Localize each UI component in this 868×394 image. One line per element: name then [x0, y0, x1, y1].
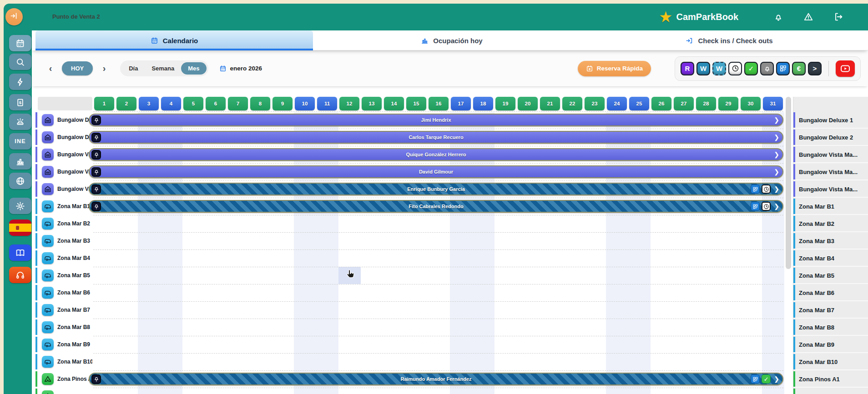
reservation-bar[interactable]: Raimundo Amador Fernández✓❯ [89, 373, 783, 385]
reservation-bar[interactable]: Carlos Tarque Recuero❯ [89, 131, 783, 144]
collapse-sidebar-button[interactable] [5, 8, 23, 25]
view-option-día[interactable]: Día [122, 62, 145, 75]
open-reservation-chevron-icon[interactable]: ❯ [774, 185, 779, 193]
pending-clock-icon[interactable] [762, 185, 771, 194]
legend-chevron-badge[interactable]: > [808, 62, 822, 75]
qr-code-icon[interactable] [751, 374, 760, 384]
day-header-tile[interactable]: 9 [273, 97, 293, 110]
panel-row-zona-mar-b10[interactable]: Zona Mar B10 [793, 354, 868, 370]
panel-row-zona-mar-b8[interactable]: Zona Mar B8 [793, 319, 868, 336]
legend-w-pending-badge[interactable]: W [712, 62, 726, 75]
day-header-tile[interactable]: 28 [696, 97, 716, 110]
row-label-zona-mar-b5[interactable]: Zona Mar B5 [35, 268, 92, 283]
legend-check-icon[interactable]: ✓ [744, 62, 758, 75]
pending-clock-icon[interactable] [762, 202, 771, 211]
quick-booking-button[interactable]: Reserva Rápida [578, 61, 651, 76]
open-reservation-chevron-icon[interactable]: ❯ [774, 116, 779, 124]
panel-row-partial[interactable] [793, 389, 868, 394]
day-header-tile[interactable]: 7 [228, 97, 248, 110]
day-header-tile[interactable]: 16 [429, 97, 449, 110]
open-reservation-chevron-icon[interactable]: ❯ [774, 375, 779, 383]
panel-row-zona-mar-b1[interactable]: Zona Mar B1 [793, 199, 868, 215]
panel-row-zona-mar-b9[interactable]: Zona Mar B9 [793, 337, 868, 353]
row-label-zona-mar-b3[interactable]: Zona Mar B3 [35, 233, 92, 249]
legend-qr-icon[interactable] [776, 62, 790, 75]
reservation-bar[interactable]: Quique González Herrero❯ [89, 148, 783, 161]
legend-euro-badge[interactable]: € [792, 62, 806, 75]
reservation-bell-button[interactable] [91, 374, 101, 384]
day-header-tile[interactable]: 11 [317, 97, 337, 110]
day-header-tile[interactable]: 24 [607, 97, 627, 110]
day-header-tile[interactable]: 5 [183, 97, 203, 110]
row-label-zona-mar-b2[interactable]: Zona Mar B2 [35, 216, 92, 231]
view-option-mes[interactable]: Mes [181, 62, 206, 75]
day-header-tile[interactable]: 6 [206, 97, 226, 110]
day-header-tile[interactable]: 2 [116, 97, 136, 110]
day-header-tile[interactable]: 26 [651, 97, 671, 110]
reservation-bell-button[interactable] [91, 185, 101, 194]
legend-r-badge[interactable]: R [681, 62, 694, 75]
panel-row-bungalow-vista-ma-[interactable]: Bungalow Vista Ma... [793, 164, 868, 180]
day-header-tile[interactable]: 29 [718, 97, 738, 110]
panel-row-zona-mar-b6[interactable]: Zona Mar B6 [793, 285, 868, 301]
row-label-zona-mar-b6[interactable]: Zona Mar B6 [35, 285, 92, 300]
day-header-tile[interactable]: 8 [250, 97, 270, 110]
sidebar-item-settings[interactable] [9, 198, 31, 214]
legend-w-badge[interactable]: W [696, 62, 710, 75]
row-label-bungalow-vi-[interactable]: Bungalow Vi... [35, 164, 92, 180]
day-header-tile[interactable]: 15 [406, 97, 426, 110]
sidebar-item-search[interactable] [9, 54, 31, 70]
sidebar-item-calendar[interactable] [9, 35, 31, 51]
row-label-zona-mar-b4[interactable]: Zona Mar B4 [35, 250, 92, 266]
row-label-bungalow-d-[interactable]: Bungalow D... [35, 112, 92, 128]
reservation-bell-button[interactable] [91, 115, 101, 125]
open-reservation-chevron-icon[interactable]: ❯ [774, 151, 779, 158]
logout-icon[interactable] [833, 12, 843, 22]
row-label-bungalow-vi-[interactable]: Bungalow Vi... [35, 147, 92, 162]
day-header-tile[interactable]: 21 [540, 97, 560, 110]
day-header-tile[interactable]: 23 [585, 97, 605, 110]
day-header-tile[interactable]: 19 [495, 97, 515, 110]
day-header-tile[interactable]: 22 [562, 97, 582, 110]
reservation-bell-button[interactable] [91, 150, 101, 160]
day-header-tile[interactable]: 30 [741, 97, 761, 110]
panel-row-zona-pinos-a1[interactable]: Zona Pinos A1 [793, 371, 868, 388]
open-reservation-chevron-icon[interactable]: ❯ [774, 134, 779, 141]
tab-calendario[interactable]: Calendario [35, 30, 313, 50]
row-label-zona-mar-b7[interactable]: Zona Mar B7 [35, 302, 92, 318]
sidebar-item-ine[interactable]: INE [9, 133, 31, 150]
panel-row-zona-mar-b3[interactable]: Zona Mar B3 [793, 233, 868, 249]
qr-code-icon[interactable] [751, 202, 760, 211]
qr-code-icon[interactable] [751, 185, 760, 194]
day-header-tile[interactable]: 17 [451, 97, 471, 110]
hovered-day-cell[interactable] [338, 267, 361, 284]
panel-row-zona-mar-b5[interactable]: Zona Mar B5 [793, 268, 868, 284]
today-button[interactable]: HOY [62, 61, 93, 75]
row-label-zona-mar-b8[interactable]: Zona Mar B8 [35, 319, 92, 335]
row-label-zona-mar-b10[interactable]: Zona Mar B10 [35, 354, 92, 369]
next-period-button[interactable]: › [99, 63, 109, 74]
row-label-zona-mar-b1[interactable]: Zona Mar B1 [35, 199, 92, 214]
reservation-bar[interactable]: David Gilmour❯ [89, 165, 783, 178]
vertical-scrollbar-thumb[interactable] [786, 97, 791, 269]
sidebar-item-web[interactable] [9, 173, 31, 189]
day-header-tile[interactable]: 25 [629, 97, 649, 110]
sidebar-item-quick-actions[interactable] [9, 74, 31, 90]
day-header-tile[interactable]: 13 [362, 97, 382, 110]
reservation-bar[interactable]: Jimi Hendrix❯ [89, 114, 783, 126]
row-label-bungalow-d-[interactable]: Bungalow D... [35, 130, 92, 145]
youtube-button[interactable] [836, 60, 855, 77]
legend-clock-icon[interactable] [728, 62, 742, 75]
panel-row-zona-mar-b7[interactable]: Zona Mar B7 [793, 302, 868, 319]
day-header-tile[interactable]: 14 [384, 97, 404, 110]
sidebar-item-language-spanish[interactable] [9, 219, 31, 236]
tab-check-ins-check-outs[interactable]: Check ins / Check outs [590, 30, 868, 50]
sidebar-item-documentation[interactable] [9, 244, 31, 261]
day-header-tile[interactable]: 10 [295, 97, 315, 110]
panel-row-bungalow-deluxe-2[interactable]: Bungalow Deluxe 2 [793, 130, 868, 146]
legend-bell-icon[interactable] [760, 62, 774, 75]
view-option-semana[interactable]: Semana [145, 62, 181, 75]
day-header-tile[interactable]: 3 [139, 97, 159, 110]
panel-row-bungalow-deluxe-1[interactable]: Bungalow Deluxe 1 [793, 112, 868, 129]
reservation-bell-button[interactable] [91, 202, 101, 211]
